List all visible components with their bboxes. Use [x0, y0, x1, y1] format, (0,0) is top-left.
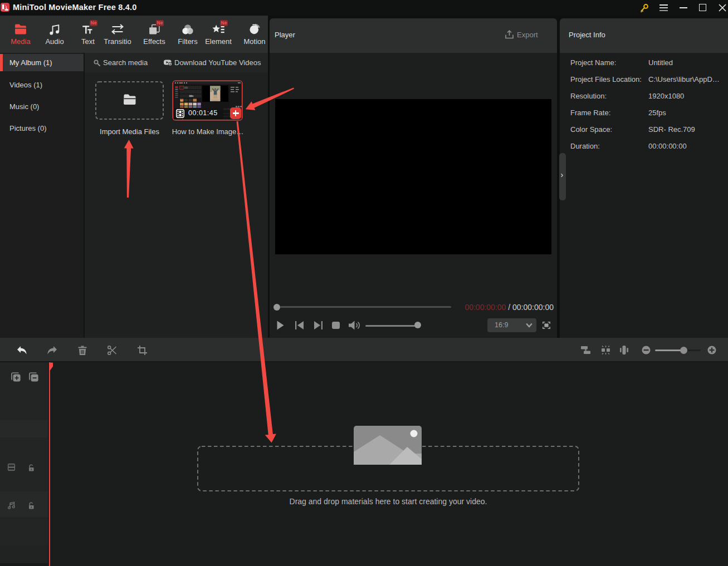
svg-text:ENG: ENG [189, 95, 194, 97]
